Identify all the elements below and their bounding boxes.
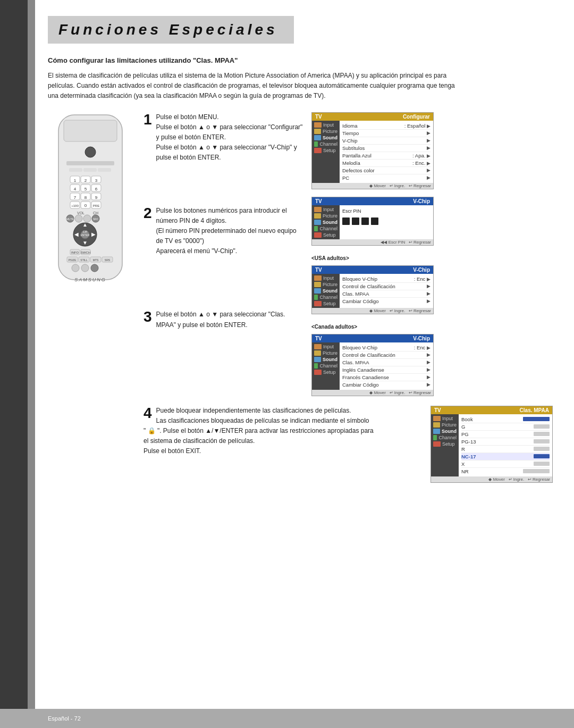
channel-icon2 (314, 226, 318, 231)
svg-text:2: 2 (85, 178, 87, 183)
intro-paragraph: El sistema de clasificación de películas… (48, 71, 462, 102)
step-1-number: 1 (144, 112, 152, 127)
svg-text:+100: +100 (71, 204, 79, 207)
svg-text:7: 7 (74, 195, 77, 200)
tv-left-menu-usa: Input Picture Sound (312, 274, 340, 308)
page-title: Funciones Especiales (58, 21, 278, 38)
svg-point-36 (83, 215, 91, 222)
svg-text:VOL: VOL (77, 211, 85, 215)
step-3-number: 3 (144, 309, 152, 324)
tv-row-cambiar-canada: Cambiar Código ▶ (342, 381, 430, 388)
svg-point-59 (72, 264, 79, 272)
tv-header-configurar: TV Configurar (312, 113, 433, 121)
svg-rect-5 (83, 168, 97, 172)
svg-text:6: 6 (95, 187, 98, 191)
step-4-number: 4 (144, 406, 152, 421)
tv-footer-usa: ◆ Mover ↵ Ingre. ↩ Regresar (312, 308, 433, 314)
svg-text:▼: ▼ (82, 240, 88, 246)
tv-menu-input-canada: Input (313, 344, 339, 350)
tv-menu-setup-canada: Setup (313, 369, 339, 375)
step-2-block: 2 Pulse los botones numéricos para intro… (144, 206, 303, 257)
svg-text:SRC: SRC (93, 217, 99, 221)
tv-row-pc: PC ▶ (342, 174, 430, 181)
step-3-text: Pulse el botón ▲ o ▼ para seleccionar "C… (156, 309, 303, 330)
tv-menu-sound-canada: Sound (313, 356, 339, 363)
tv-menu-sound-active: Sound (313, 135, 339, 141)
svg-text:SWCH: SWCH (81, 251, 90, 254)
tv-title-vchip-canada: V-Chip (413, 336, 430, 341)
tv-row-pantalla: Pantalla Azul : Apa. ▶ (342, 152, 430, 160)
tv-title-clas-mpaa: Clas. MPAA (520, 407, 549, 413)
svg-text:SRS: SRS (105, 258, 111, 262)
page-title-box: Funciones Especiales (48, 16, 294, 44)
tv-menu-setup: Setup (313, 147, 339, 154)
tv-main-mpaa: Book G PG (459, 414, 552, 476)
svg-rect-1 (64, 120, 117, 141)
tv-row-idioma: Idioma : Español ▶ (342, 122, 430, 130)
tv-row-r: R (461, 446, 550, 453)
tv-row-cambiar-usa: Cambiar Código ▶ (342, 298, 430, 305)
tv-main-usa: Bloqueo V-Chip : Enc ▶ Control de Clasif… (340, 274, 433, 308)
left-sidebar-accent (28, 0, 35, 728)
tv-header-clas-mpaa: TV Clas. MPAA (431, 406, 552, 414)
input-icon (314, 122, 322, 128)
svg-point-35 (75, 215, 82, 222)
canada-adultos-label: <Canada adultos> (311, 324, 434, 330)
tv-label-tv: TV (315, 114, 322, 120)
setup-icon2 (314, 232, 322, 238)
tv-row-subtitulos: Subtítulos ▶ (342, 145, 430, 152)
usa-adultos-label: <USA adultos> (311, 255, 434, 261)
tv-row-nr: NR (461, 468, 550, 475)
svg-text:PRE: PRE (93, 204, 99, 207)
tv-row-vchip: V-Chip ▶ (342, 137, 430, 145)
tv-row-frances-canada: Francés Canadiense ▶ (342, 374, 430, 381)
tv-menu-picture-usa: Picture (313, 281, 339, 288)
left-sidebar-bar (0, 0, 28, 728)
svg-text:SAMSUNG: SAMSUNG (74, 277, 106, 282)
tv-screen-configurar: TV Configurar Input (311, 112, 434, 189)
remote-control-image: 1 2 3 4 5 6 7 8 9 +1 (48, 112, 133, 295)
tv-menu-channel-usa: Channel (313, 294, 339, 300)
tv-main-canada: Bloqueo V-Chip : Enc ▶ Control de Clasif… (340, 342, 433, 390)
tv-row-clas-usa: Clas. MPAA ▶ (342, 290, 430, 298)
svg-rect-4 (69, 168, 82, 172)
pin-dot-4 (371, 217, 378, 225)
tv-left-menu-vchip1: Input Picture Sound (312, 205, 340, 239)
sound-icon2 (314, 220, 321, 225)
svg-text:▶: ▶ (91, 231, 96, 237)
step-1-text: Pulse el botón MENU. Pulse el botón ▲ o … (156, 112, 303, 163)
tv-screen-vchip-canada: TV V-Chip Input Pict (311, 334, 434, 396)
svg-text:9: 9 (95, 195, 98, 200)
svg-text:4: 4 (74, 187, 77, 191)
pin-dot-1 (342, 217, 350, 225)
tv-row-control-usa: Control de Clasificación ▶ (342, 283, 430, 290)
tv-menu-channel2: Channel (313, 225, 339, 232)
tv-title-configurar: Configurar (403, 114, 430, 120)
channel-icon (314, 141, 318, 147)
tv-header-vchip-canada: TV V-Chip (312, 334, 433, 342)
tv-row-melodia: Melodía : Enc. ▶ (342, 160, 430, 167)
svg-text:STILL: STILL (80, 258, 88, 262)
svg-text:◀: ◀ (74, 231, 79, 237)
step-4-text: Puede bloquear independientemente las cl… (144, 406, 420, 457)
step-2-text: Pulse los botones numéricos para introdu… (156, 206, 303, 257)
tv-row-pg13: PG-13 (461, 438, 550, 446)
pin-dot-2 (352, 217, 359, 225)
tv-left-menu-mpaa: Input Picture Sound (431, 414, 459, 476)
pin-dot-3 (361, 217, 369, 225)
svg-rect-6 (98, 168, 111, 172)
tv-row-defectos: Defectos color ▶ (342, 167, 430, 174)
tv-footer-canada: ◆ Mover ↵ Ingre. ↩ Regresar (312, 390, 433, 396)
tv-row-clas-canada: Clas. MPAA ▶ (342, 359, 430, 366)
tv-menu-channel: Channel (313, 141, 339, 147)
tv-menu-input2: Input (313, 206, 339, 213)
tv-title-vchip1: V-Chip (413, 198, 430, 204)
tv-row-book: Book (461, 416, 550, 423)
section-heading: Cómo configurar las limitaciones utiliza… (48, 56, 553, 64)
setup-icon (314, 148, 322, 153)
svg-point-60 (81, 264, 89, 272)
picture-icon (314, 129, 321, 134)
picture-icon2 (314, 213, 321, 219)
tv-header-vchip1: TV V-Chip (312, 197, 433, 205)
svg-text:PSIZE: PSIZE (69, 258, 77, 262)
